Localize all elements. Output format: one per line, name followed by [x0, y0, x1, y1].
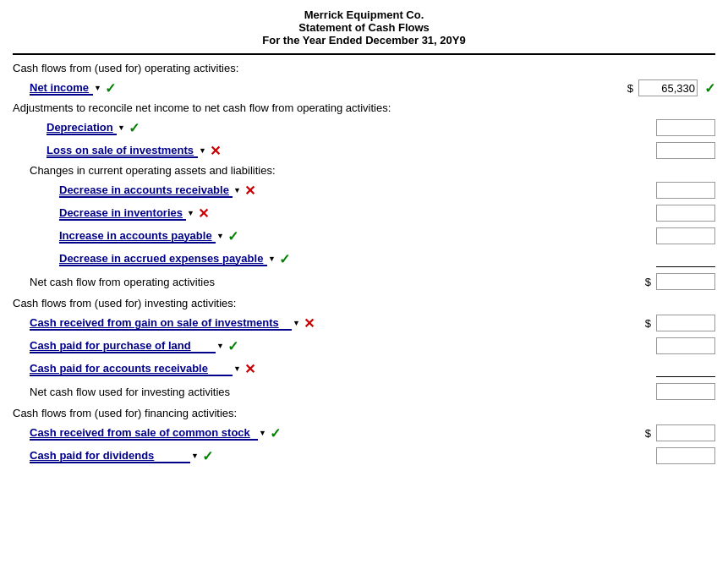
net-operating-dollar: $ [645, 276, 651, 288]
cash-land-right [656, 337, 715, 354]
cash-land-select-wrapper[interactable]: Cash paid for purchase of land ▼ [30, 339, 224, 353]
cash-gain-sale-dollar: $ [645, 317, 651, 330]
operating-section-header: Cash flows from (used for) operating act… [13, 62, 715, 74]
decrease-accrued-input[interactable] [656, 250, 715, 267]
decrease-ar-select[interactable]: Decrease in accounts receivable [59, 183, 233, 198]
report-header: Merrick Equipment Co. Statement of Cash … [13, 8, 715, 47]
cash-dividends-caret: ▼ [191, 452, 199, 460]
increase-ap-check: ✓ [227, 228, 238, 244]
net-income-row: Net income ▼ ✓ $ ✓ [13, 78, 715, 98]
cash-ar-right [656, 360, 715, 377]
cash-stock-select-wrapper[interactable]: Cash received from sale of common stock … [30, 426, 266, 441]
cash-dividends-right [656, 447, 715, 464]
cash-gain-sale-select-wrapper[interactable]: Cash received from gain on sale of inves… [30, 316, 300, 331]
cash-dividends-select[interactable]: Cash paid for dividends [30, 449, 190, 463]
net-income-value-check: ✓ [704, 80, 715, 96]
cash-gain-sale-select[interactable]: Cash received from gain on sale of inves… [30, 316, 292, 331]
decrease-ar-row: Decrease in accounts receivable ▼ ✕ [13, 180, 715, 200]
changes-label: Changes in current operating assets and … [13, 164, 715, 177]
decrease-inv-right [656, 205, 715, 222]
financing-section-header: Cash flows from (used for) financing act… [13, 407, 715, 419]
depreciation-row: Depreciation ▼ ✓ [13, 118, 715, 138]
net-investing-label: Net cash flow used for investing activit… [30, 386, 368, 398]
decrease-accrued-caret: ▼ [268, 255, 276, 263]
loss-investments-select-wrapper[interactable]: Loss on sale of investments ▼ [47, 144, 206, 158]
decrease-inv-row: Decrease in inventories ▼ ✕ [13, 203, 715, 223]
cash-land-row: Cash paid for purchase of land ▼ ✓ [13, 336, 715, 356]
cash-ar-select[interactable]: Cash paid for accounts receivable [30, 362, 233, 376]
loss-investments-row: Loss on sale of investments ▼ ✕ [13, 140, 715, 161]
net-investing-input[interactable] [656, 383, 715, 400]
cash-dividends-input[interactable] [656, 447, 715, 464]
increase-ap-select[interactable]: Increase in accounts payable [59, 229, 216, 244]
cash-land-input[interactable] [656, 337, 715, 354]
decrease-accrued-select[interactable]: Decrease in accrued expenses payable [59, 252, 267, 266]
decrease-accrued-check: ✓ [279, 251, 290, 267]
net-income-select[interactable]: Net income [30, 81, 93, 96]
depreciation-caret: ▼ [118, 123, 125, 132]
report-period: For the Year Ended December 31, 20Y9 [13, 34, 715, 47]
net-income-right: $ ✓ [627, 79, 715, 96]
loss-investments-caret: ▼ [199, 146, 206, 155]
decrease-inv-input[interactable] [656, 205, 715, 222]
cash-stock-caret: ▼ [259, 429, 266, 437]
increase-ap-input[interactable] [656, 227, 715, 244]
cash-ar-input[interactable] [656, 360, 715, 377]
cash-ar-x: ✕ [244, 361, 255, 377]
depreciation-check: ✓ [129, 120, 140, 136]
decrease-accrued-right [656, 250, 715, 267]
decrease-accrued-row: Decrease in accrued expenses payable ▼ ✓ [13, 249, 715, 269]
depreciation-select-wrapper[interactable]: Depreciation ▼ [47, 121, 125, 135]
cash-gain-sale-x: ✕ [304, 315, 315, 331]
cash-gain-sale-right: $ [645, 315, 715, 331]
cash-gain-sale-caret: ▼ [293, 319, 300, 327]
increase-ap-row: Increase in accounts payable ▼ ✓ [13, 226, 715, 246]
decrease-inv-select[interactable]: Decrease in inventories [59, 206, 186, 221]
cash-stock-check: ✓ [270, 425, 281, 441]
net-operating-input[interactable] [656, 273, 715, 290]
decrease-inv-caret: ▼ [187, 209, 194, 217]
cash-stock-dollar: $ [645, 427, 651, 440]
loss-investments-x: ✕ [210, 143, 221, 159]
increase-ap-right [656, 227, 715, 244]
increase-ap-caret: ▼ [216, 232, 224, 240]
decrease-accrued-select-wrapper[interactable]: Decrease in accrued expenses payable ▼ [59, 252, 276, 266]
cash-dividends-row: Cash paid for dividends ▼ ✓ [13, 446, 715, 466]
net-investing-row: Net cash flow used for investing activit… [13, 381, 715, 402]
adjustments-label: Adjustments to reconcile net income to n… [13, 101, 715, 114]
loss-investments-right [656, 142, 715, 159]
decrease-ar-x: ✕ [244, 183, 255, 199]
cash-land-select[interactable]: Cash paid for purchase of land [30, 339, 216, 353]
depreciation-select[interactable]: Depreciation [47, 121, 117, 135]
decrease-inv-select-wrapper[interactable]: Decrease in inventories ▼ [59, 206, 194, 221]
decrease-inv-x: ✕ [198, 205, 209, 222]
header-divider [13, 53, 715, 55]
decrease-ar-input[interactable] [656, 182, 715, 199]
cash-land-caret: ▼ [216, 342, 224, 350]
cash-ar-row: Cash paid for accounts receivable ▼ ✕ [13, 359, 715, 379]
loss-investments-select[interactable]: Loss on sale of investments [47, 144, 198, 158]
cash-stock-select[interactable]: Cash received from sale of common stock [30, 426, 258, 441]
cash-gain-sale-input[interactable] [656, 315, 715, 331]
cash-ar-caret: ▼ [233, 364, 241, 373]
decrease-ar-right [656, 182, 715, 199]
decrease-ar-caret: ▼ [233, 186, 241, 194]
cash-stock-right: $ [645, 424, 715, 441]
net-income-input[interactable] [638, 79, 698, 96]
net-income-select-wrapper[interactable]: Net income ▼ [30, 81, 101, 96]
cash-dividends-check: ✓ [202, 448, 213, 464]
cash-stock-input[interactable] [656, 424, 715, 441]
cash-stock-row: Cash received from sale of common stock … [13, 423, 715, 443]
depreciation-input[interactable] [656, 119, 715, 136]
net-operating-right: $ [645, 273, 715, 290]
cash-dividends-select-wrapper[interactable]: Cash paid for dividends ▼ [30, 449, 199, 463]
net-income-caret: ▼ [94, 84, 101, 92]
cash-ar-select-wrapper[interactable]: Cash paid for accounts receivable ▼ [30, 362, 241, 376]
investing-section-header: Cash flows from (used for) investing act… [13, 297, 715, 309]
net-income-check: ✓ [105, 80, 116, 96]
increase-ap-select-wrapper[interactable]: Increase in accounts payable ▼ [59, 229, 224, 244]
cash-land-check: ✓ [227, 338, 238, 354]
loss-investments-input[interactable] [656, 142, 715, 159]
decrease-ar-select-wrapper[interactable]: Decrease in accounts receivable ▼ [59, 183, 241, 198]
net-investing-right [656, 383, 715, 400]
